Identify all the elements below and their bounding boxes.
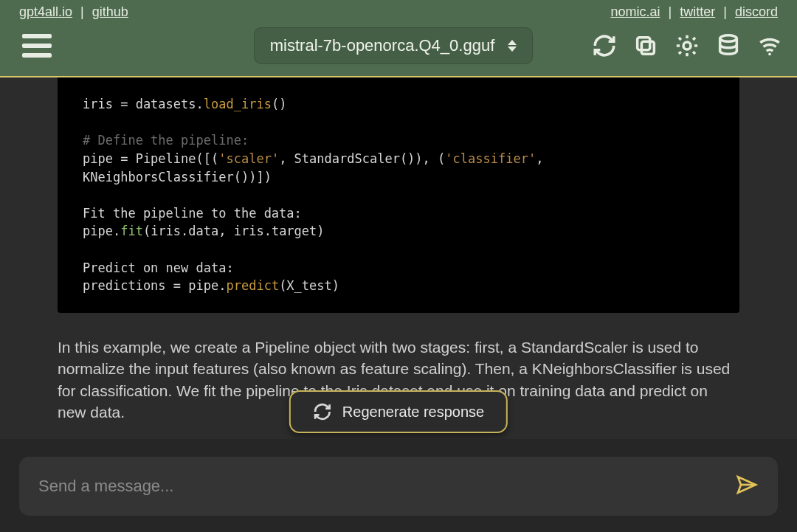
code-text: () <box>272 97 286 111</box>
code-method: load_iris <box>204 97 272 111</box>
code-text: Fit the pipeline to the data: <box>83 206 302 221</box>
chat-content: iris = datasets.load_iris() # Define the… <box>0 77 797 439</box>
link-github[interactable]: github <box>92 4 128 19</box>
code-method: fit <box>120 224 143 238</box>
code-text: (X_test) <box>279 278 339 293</box>
regenerate-label: Regenerate response <box>342 404 484 421</box>
send-button[interactable] <box>735 473 759 500</box>
toolbar-icons <box>592 33 782 58</box>
separator: | <box>723 4 727 19</box>
code-block: iris = datasets.load_iris() # Define the… <box>58 77 739 313</box>
separator: | <box>80 4 84 19</box>
chevron-updown-icon <box>508 40 517 52</box>
copy-icon[interactable] <box>633 33 658 58</box>
wifi-icon[interactable] <box>757 33 782 58</box>
separator: | <box>669 4 672 19</box>
send-icon <box>735 473 759 497</box>
code-text: predictions = pipe. <box>83 278 226 293</box>
topbar: gpt4all.io | github nomic.ai | twitter |… <box>0 0 797 77</box>
model-selector[interactable]: mistral-7b-openorca.Q4_0.gguf <box>254 27 534 64</box>
svg-rect-0 <box>641 41 654 54</box>
header-link-row: gpt4all.io | github nomic.ai | twitter |… <box>0 0 797 21</box>
svg-point-3 <box>720 35 737 42</box>
code-text: , StandardScaler()), ( <box>279 151 445 166</box>
code-string: 'classifier' <box>445 151 536 166</box>
link-discord[interactable]: discord <box>735 4 778 19</box>
regenerate-button[interactable]: Regenerate response <box>289 390 508 433</box>
svg-point-2 <box>683 42 691 49</box>
message-input-bar <box>19 457 778 516</box>
link-nomic[interactable]: nomic.ai <box>610 4 660 19</box>
link-twitter[interactable]: twitter <box>680 4 715 19</box>
link-gpt4all[interactable]: gpt4all.io <box>19 4 72 19</box>
app-window: gpt4all.io | github nomic.ai | twitter |… <box>0 0 797 532</box>
code-comment: # Define the pipeline: <box>83 133 249 148</box>
input-footer <box>0 439 797 532</box>
code-text: iris = datasets. <box>83 97 204 111</box>
reload-icon[interactable] <box>592 33 617 58</box>
code-text: Predict on new data: <box>83 260 234 275</box>
links-left: gpt4all.io | github <box>19 4 128 20</box>
code-string: 'scaler' <box>218 151 279 166</box>
refresh-icon <box>313 402 332 421</box>
code-text: pipe = Pipeline([( <box>83 151 218 166</box>
message-input[interactable] <box>38 477 735 496</box>
code-method: predict <box>226 278 279 293</box>
model-name: mistral-7b-openorca.Q4_0.gguf <box>270 36 495 55</box>
svg-rect-1 <box>638 38 650 50</box>
code-text: (iris.data, iris.target) <box>143 224 325 238</box>
code-text: , <box>536 151 543 166</box>
database-icon[interactable] <box>716 33 741 58</box>
toolbar: mistral-7b-openorca.Q4_0.gguf <box>0 21 797 76</box>
code-text: KNeighborsClassifier())]) <box>83 170 272 184</box>
links-right: nomic.ai | twitter | discord <box>610 4 778 20</box>
gear-icon[interactable] <box>674 33 700 58</box>
menu-button[interactable] <box>15 30 59 62</box>
svg-point-4 <box>768 52 771 55</box>
code-text: pipe. <box>83 224 120 238</box>
